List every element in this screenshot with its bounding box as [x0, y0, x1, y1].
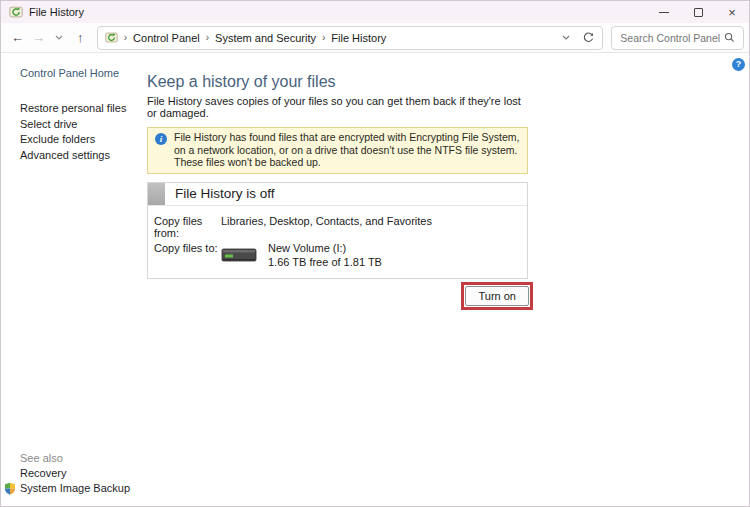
window-controls: ×: [647, 1, 749, 23]
drive-free-space: 1.66 TB free of 1.81 TB: [268, 256, 382, 268]
copy-to-label: Copy files to:: [154, 242, 221, 268]
sidebar-item-system-image-backup[interactable]: System Image Backup: [4, 481, 130, 496]
refresh-button[interactable]: [582, 31, 595, 44]
copy-from-value: Libraries, Desktop, Contacts, and Favori…: [221, 215, 432, 239]
sidebar-item-control-panel-home[interactable]: Control Panel Home: [20, 67, 142, 79]
close-icon: ×: [728, 6, 736, 19]
page-description: File History saves copies of your files …: [147, 95, 528, 119]
copy-to-row: Copy files to: N: [154, 242, 521, 268]
status-indicator-square: [148, 183, 165, 205]
file-history-app-icon: [9, 5, 23, 19]
copy-from-label: Copy files from:: [154, 215, 221, 239]
red-highlight-annotation: Turn on: [461, 282, 533, 310]
drive-info: New Volume (I:) 1.66 TB free of 1.81 TB: [268, 242, 382, 268]
navigation-bar: ← → ↑ › Control Panel › System and Secur…: [1, 23, 749, 53]
back-button[interactable]: ←: [7, 27, 28, 49]
refresh-icon: [582, 31, 595, 44]
window-title: File History: [29, 6, 84, 18]
search-input[interactable]: [620, 32, 724, 44]
sidebar-item-exclude-folders[interactable]: Exclude folders: [20, 132, 142, 148]
breadcrumb-separator: ›: [322, 32, 325, 43]
sidebar: Control Panel Home Restore personal file…: [1, 53, 142, 506]
minimize-button[interactable]: [647, 1, 681, 23]
minimize-icon: [659, 12, 669, 13]
status-header: File History is off: [148, 183, 527, 206]
breadcrumb-file-history[interactable]: File History: [331, 32, 386, 44]
button-row: Turn on: [147, 282, 533, 310]
breadcrumb-control-panel[interactable]: Control Panel: [133, 32, 200, 44]
see-also-section: See also Recovery System Image Backup: [20, 451, 130, 496]
turn-on-button[interactable]: Turn on: [465, 286, 529, 306]
chevron-down-icon: [562, 35, 570, 40]
address-bar[interactable]: › Control Panel › System and Security › …: [97, 26, 604, 50]
titlebar: File History ×: [1, 1, 749, 23]
search-icon[interactable]: [724, 32, 735, 43]
status-title: File History is off: [175, 186, 275, 201]
warning-banner: i File History has found files that are …: [147, 127, 528, 174]
status-body: Copy files from: Libraries, Desktop, Con…: [148, 206, 527, 278]
sidebar-item-recovery[interactable]: Recovery: [20, 466, 130, 481]
forward-button[interactable]: →: [28, 27, 49, 49]
sidebar-item-advanced-settings[interactable]: Advanced settings: [20, 148, 142, 164]
security-shield-icon: [4, 482, 16, 495]
maximize-button[interactable]: [681, 1, 715, 23]
breadcrumb-separator: ›: [206, 32, 209, 43]
main-panel: Keep a history of your files File Histor…: [147, 73, 528, 310]
close-button[interactable]: ×: [715, 1, 749, 23]
content-area: ? Control Panel Home Restore personal fi…: [1, 53, 749, 506]
sidebar-task-links: Restore personal files Select drive Excl…: [20, 101, 142, 163]
see-also-heading: See also: [20, 451, 130, 466]
copy-from-row: Copy files from: Libraries, Desktop, Con…: [154, 215, 521, 239]
maximize-icon: [694, 8, 703, 17]
info-icon: i: [155, 133, 167, 145]
system-image-backup-label: System Image Backup: [20, 481, 130, 496]
drive-name: New Volume (I:): [268, 242, 382, 254]
breadcrumb-system-and-security[interactable]: System and Security: [215, 32, 316, 44]
breadcrumb-separator: ›: [124, 32, 127, 43]
sidebar-item-select-drive[interactable]: Select drive: [20, 117, 142, 133]
up-button[interactable]: ↑: [70, 27, 91, 49]
file-history-status-box: File History is off Copy files from: Lib…: [147, 182, 528, 279]
file-history-window: File History × ← → ↑ › Control Panel › S…: [0, 0, 750, 507]
sidebar-item-restore-personal-files[interactable]: Restore personal files: [20, 101, 142, 117]
recent-locations-dropdown[interactable]: [49, 27, 70, 49]
help-button[interactable]: ?: [732, 58, 745, 71]
chevron-down-icon: [55, 35, 63, 40]
location-icon: [105, 31, 118, 44]
address-dropdown-button[interactable]: [562, 35, 570, 40]
page-title: Keep a history of your files: [147, 73, 528, 91]
hard-drive-icon: [221, 246, 257, 268]
search-box: [611, 26, 744, 50]
warning-text: File History has found files that are en…: [174, 131, 520, 169]
target-drive: New Volume (I:) 1.66 TB free of 1.81 TB: [221, 242, 382, 268]
